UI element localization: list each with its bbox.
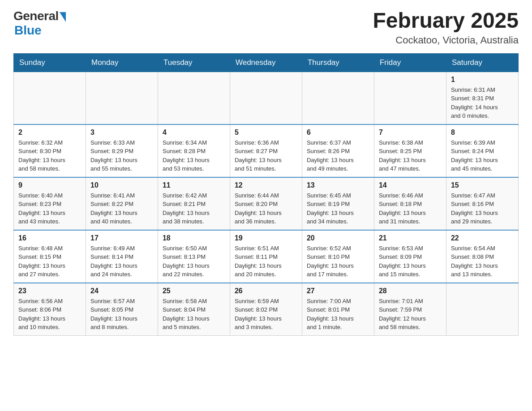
- calendar-cell: 13Sunrise: 6:45 AMSunset: 8:19 PMDayligh…: [302, 177, 374, 230]
- day-number: 8: [451, 128, 514, 137]
- calendar-cell: [14, 72, 86, 124]
- day-number: 15: [451, 181, 514, 189]
- day-info: Sunrise: 6:40 AMSunset: 8:23 PMDaylight:…: [18, 191, 81, 226]
- day-info: Sunrise: 6:47 AMSunset: 8:16 PMDaylight:…: [451, 191, 514, 226]
- day-number: 16: [18, 234, 81, 242]
- day-number: 23: [18, 287, 81, 295]
- day-info: Sunrise: 6:38 AMSunset: 8:25 PMDaylight:…: [379, 138, 442, 173]
- calendar-cell: 23Sunrise: 6:56 AMSunset: 8:06 PMDayligh…: [14, 283, 86, 336]
- day-number: 27: [307, 287, 369, 295]
- calendar-cell: 5Sunrise: 6:36 AMSunset: 8:27 PMDaylight…: [230, 124, 302, 177]
- weekday-header-row: SundayMondayTuesdayWednesdayThursdayFrid…: [14, 53, 519, 72]
- day-info: Sunrise: 6:32 AMSunset: 8:30 PMDaylight:…: [18, 138, 81, 173]
- calendar-cell: [374, 72, 446, 124]
- day-number: 9: [18, 181, 81, 189]
- day-info: Sunrise: 6:56 AMSunset: 8:06 PMDaylight:…: [18, 297, 81, 332]
- day-info: Sunrise: 6:50 AMSunset: 8:13 PMDaylight:…: [163, 244, 225, 279]
- calendar-week-row: 2Sunrise: 6:32 AMSunset: 8:30 PMDaylight…: [14, 124, 519, 177]
- day-info: Sunrise: 6:33 AMSunset: 8:29 PMDaylight:…: [90, 138, 153, 173]
- day-info: Sunrise: 6:34 AMSunset: 8:28 PMDaylight:…: [163, 138, 225, 173]
- calendar-cell: 26Sunrise: 6:59 AMSunset: 8:02 PMDayligh…: [230, 283, 302, 336]
- day-number: 25: [163, 287, 225, 295]
- logo-arrow-icon: [60, 12, 66, 22]
- calendar-cell: 12Sunrise: 6:44 AMSunset: 8:20 PMDayligh…: [230, 177, 302, 230]
- calendar-cell: 14Sunrise: 6:46 AMSunset: 8:18 PMDayligh…: [374, 177, 446, 230]
- weekday-header-saturday: Saturday: [446, 53, 518, 72]
- calendar-cell: 28Sunrise: 7:01 AMSunset: 7:59 PMDayligh…: [374, 283, 446, 336]
- calendar-cell: 19Sunrise: 6:51 AMSunset: 8:11 PMDayligh…: [230, 230, 302, 283]
- day-number: 1: [451, 76, 514, 84]
- day-info: Sunrise: 6:37 AMSunset: 8:26 PMDaylight:…: [307, 138, 369, 173]
- day-info: Sunrise: 6:49 AMSunset: 8:14 PMDaylight:…: [90, 244, 153, 279]
- calendar-cell: 24Sunrise: 6:57 AMSunset: 8:05 PMDayligh…: [86, 283, 158, 336]
- day-number: 17: [90, 234, 153, 242]
- day-number: 14: [379, 181, 442, 189]
- calendar-week-row: 1Sunrise: 6:31 AMSunset: 8:31 PMDaylight…: [14, 72, 519, 124]
- day-info: Sunrise: 6:42 AMSunset: 8:21 PMDaylight:…: [163, 191, 225, 226]
- day-number: 11: [163, 181, 225, 189]
- day-number: 20: [307, 234, 369, 242]
- day-number: 26: [235, 287, 297, 295]
- day-number: 24: [90, 287, 153, 295]
- day-number: 3: [90, 128, 153, 137]
- day-number: 4: [163, 128, 225, 137]
- calendar-subtitle: Cockatoo, Victoria, Australia: [373, 34, 519, 46]
- day-info: Sunrise: 6:51 AMSunset: 8:11 PMDaylight:…: [235, 244, 297, 279]
- day-info: Sunrise: 6:58 AMSunset: 8:04 PMDaylight:…: [163, 297, 225, 332]
- page-header: General Blue February 2025 Cockatoo, Vic…: [13, 9, 519, 46]
- logo-top: General: [13, 9, 66, 23]
- calendar-cell: 3Sunrise: 6:33 AMSunset: 8:29 PMDaylight…: [86, 124, 158, 177]
- calendar-cell: 21Sunrise: 6:53 AMSunset: 8:09 PMDayligh…: [374, 230, 446, 283]
- day-info: Sunrise: 6:57 AMSunset: 8:05 PMDaylight:…: [90, 297, 153, 332]
- calendar-cell: 9Sunrise: 6:40 AMSunset: 8:23 PMDaylight…: [14, 177, 86, 230]
- weekday-header-tuesday: Tuesday: [158, 53, 230, 72]
- day-info: Sunrise: 6:36 AMSunset: 8:27 PMDaylight:…: [235, 138, 297, 173]
- calendar-cell: 2Sunrise: 6:32 AMSunset: 8:30 PMDaylight…: [14, 124, 86, 177]
- day-number: 19: [235, 234, 297, 242]
- day-info: Sunrise: 6:48 AMSunset: 8:15 PMDaylight:…: [18, 244, 81, 279]
- calendar-week-row: 23Sunrise: 6:56 AMSunset: 8:06 PMDayligh…: [14, 283, 519, 336]
- day-info: Sunrise: 6:59 AMSunset: 8:02 PMDaylight:…: [235, 297, 297, 332]
- calendar-cell: 18Sunrise: 6:50 AMSunset: 8:13 PMDayligh…: [158, 230, 230, 283]
- day-info: Sunrise: 6:53 AMSunset: 8:09 PMDaylight:…: [379, 244, 442, 279]
- day-number: 18: [163, 234, 225, 242]
- day-number: 10: [90, 181, 153, 189]
- calendar-cell: 17Sunrise: 6:49 AMSunset: 8:14 PMDayligh…: [86, 230, 158, 283]
- calendar-cell: [230, 72, 302, 124]
- calendar-cell: [302, 72, 374, 124]
- day-info: Sunrise: 6:39 AMSunset: 8:24 PMDaylight:…: [451, 138, 514, 173]
- calendar-week-row: 16Sunrise: 6:48 AMSunset: 8:15 PMDayligh…: [14, 230, 519, 283]
- day-number: 12: [235, 181, 297, 189]
- weekday-header-thursday: Thursday: [302, 53, 374, 72]
- calendar-cell: 7Sunrise: 6:38 AMSunset: 8:25 PMDaylight…: [374, 124, 446, 177]
- day-info: Sunrise: 7:00 AMSunset: 8:01 PMDaylight:…: [307, 297, 369, 332]
- calendar-week-row: 9Sunrise: 6:40 AMSunset: 8:23 PMDaylight…: [14, 177, 519, 230]
- day-info: Sunrise: 7:01 AMSunset: 7:59 PMDaylight:…: [379, 297, 442, 332]
- day-number: 5: [235, 128, 297, 137]
- calendar-cell: 8Sunrise: 6:39 AMSunset: 8:24 PMDaylight…: [446, 124, 518, 177]
- day-number: 22: [451, 234, 514, 242]
- calendar-cell: 6Sunrise: 6:37 AMSunset: 8:26 PMDaylight…: [302, 124, 374, 177]
- weekday-header-wednesday: Wednesday: [230, 53, 302, 72]
- day-number: 28: [379, 287, 442, 295]
- calendar-cell: 11Sunrise: 6:42 AMSunset: 8:21 PMDayligh…: [158, 177, 230, 230]
- weekday-header-monday: Monday: [86, 53, 158, 72]
- day-info: Sunrise: 6:44 AMSunset: 8:20 PMDaylight:…: [235, 191, 297, 226]
- calendar-cell: 1Sunrise: 6:31 AMSunset: 8:31 PMDaylight…: [446, 72, 518, 124]
- calendar-cell: 4Sunrise: 6:34 AMSunset: 8:28 PMDaylight…: [158, 124, 230, 177]
- calendar-cell: 16Sunrise: 6:48 AMSunset: 8:15 PMDayligh…: [14, 230, 86, 283]
- calendar-cell: [446, 283, 518, 336]
- calendar-table: SundayMondayTuesdayWednesdayThursdayFrid…: [13, 53, 519, 336]
- calendar-cell: 20Sunrise: 6:52 AMSunset: 8:10 PMDayligh…: [302, 230, 374, 283]
- calendar-cell: 22Sunrise: 6:54 AMSunset: 8:08 PMDayligh…: [446, 230, 518, 283]
- day-info: Sunrise: 6:45 AMSunset: 8:19 PMDaylight:…: [307, 191, 369, 226]
- calendar-title: February 2025: [373, 9, 519, 33]
- weekday-header-friday: Friday: [374, 53, 446, 72]
- weekday-header-sunday: Sunday: [14, 53, 86, 72]
- day-info: Sunrise: 6:46 AMSunset: 8:18 PMDaylight:…: [379, 191, 442, 226]
- logo-general-text: General: [13, 9, 59, 23]
- title-section: February 2025 Cockatoo, Victoria, Austra…: [373, 9, 519, 46]
- day-number: 6: [307, 128, 369, 137]
- day-number: 7: [379, 128, 442, 137]
- day-number: 21: [379, 234, 442, 242]
